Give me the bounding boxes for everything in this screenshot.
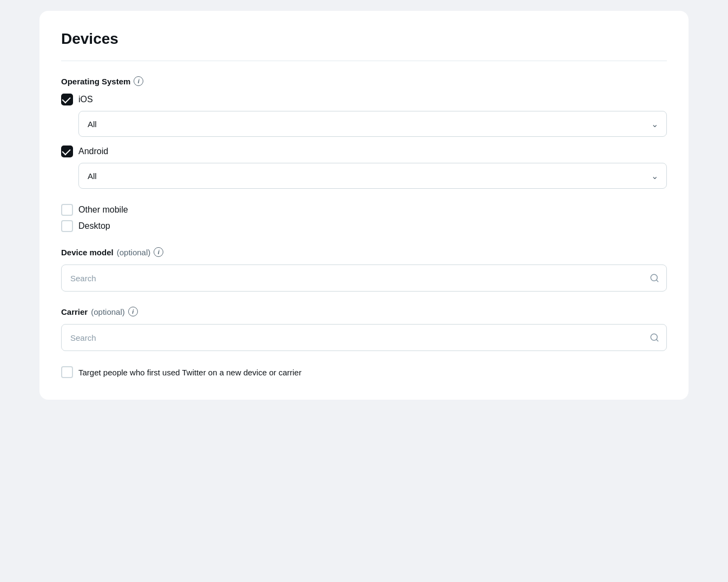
device-model-search-wrapper <box>61 264 667 292</box>
android-label[interactable]: Android <box>78 147 108 156</box>
carrier-label: Carrier (optional) i <box>61 307 667 316</box>
svg-line-3 <box>656 339 658 341</box>
ios-version-select[interactable]: All iOS 16 iOS 15 iOS 14 iOS 13 <box>78 111 667 137</box>
device-model-section: Device model (optional) i <box>61 247 667 292</box>
device-model-search-input[interactable] <box>61 264 667 292</box>
carrier-label-text: Carrier <box>61 307 88 316</box>
devices-card: Devices Operating System i iOS All iOS 1… <box>39 11 689 400</box>
os-info-icon[interactable]: i <box>134 76 143 86</box>
ios-dropdown-container: All iOS 16 iOS 15 iOS 14 iOS 13 ⌄ <box>78 111 667 137</box>
device-model-label-text: Device model <box>61 248 114 257</box>
android-checkbox[interactable] <box>61 146 73 157</box>
ios-row: iOS <box>61 94 667 105</box>
new-device-label[interactable]: Target people who first used Twitter on … <box>78 368 301 377</box>
desktop-row: Desktop <box>61 220 667 232</box>
device-model-info-icon[interactable]: i <box>154 247 163 257</box>
os-label-text: Operating System <box>61 77 130 86</box>
device-model-optional: (optional) <box>117 248 151 257</box>
ios-dropdown-wrapper: All iOS 16 iOS 15 iOS 14 iOS 13 ⌄ <box>78 111 667 137</box>
carrier-optional: (optional) <box>91 307 125 316</box>
other-mobile-checkbox[interactable] <box>61 204 73 216</box>
carrier-search-wrapper <box>61 324 667 351</box>
ios-checkbox[interactable] <box>61 94 73 105</box>
device-model-label: Device model (optional) i <box>61 247 667 257</box>
other-mobile-label[interactable]: Other mobile <box>78 205 128 215</box>
ios-label[interactable]: iOS <box>78 95 93 104</box>
desktop-checkbox[interactable] <box>61 220 73 232</box>
divider <box>61 61 667 61</box>
new-device-checkbox[interactable] <box>61 366 73 378</box>
other-options-section: Other mobile Desktop <box>61 204 667 232</box>
os-section-label: Operating System i <box>61 76 667 86</box>
android-version-select[interactable]: All Android 13 Android 12 Android 11 And… <box>78 163 667 189</box>
android-dropdown-wrapper: All Android 13 Android 12 Android 11 And… <box>78 163 667 189</box>
carrier-info-icon[interactable]: i <box>128 307 138 316</box>
android-row: Android <box>61 146 667 157</box>
carrier-search-icon[interactable] <box>650 333 659 342</box>
device-model-search-icon[interactable] <box>650 273 659 283</box>
carrier-search-input[interactable] <box>61 324 667 351</box>
android-dropdown-container: All Android 13 Android 12 Android 11 And… <box>78 163 667 189</box>
carrier-section: Carrier (optional) i <box>61 307 667 351</box>
page-title: Devices <box>61 30 667 48</box>
desktop-label[interactable]: Desktop <box>78 221 110 231</box>
other-mobile-row: Other mobile <box>61 204 667 216</box>
new-device-row: Target people who first used Twitter on … <box>61 366 667 378</box>
svg-line-1 <box>656 280 658 281</box>
operating-system-section: Operating System i iOS All iOS 16 iOS 15… <box>61 76 667 189</box>
